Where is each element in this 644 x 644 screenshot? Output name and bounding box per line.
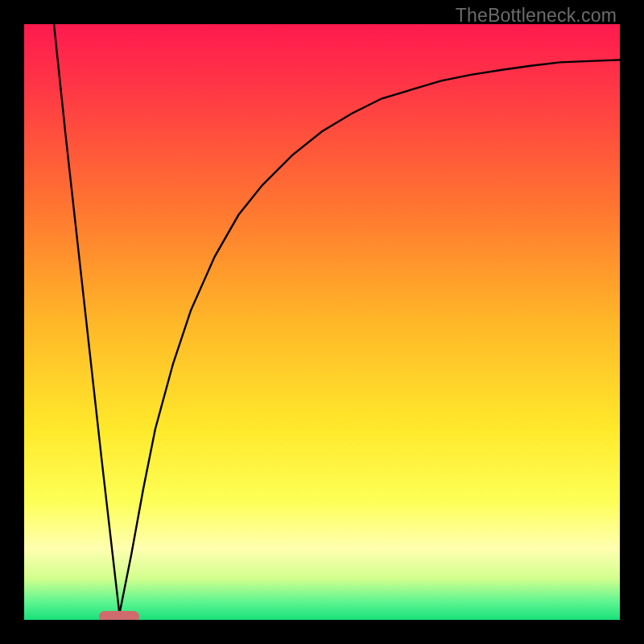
bottleneck-curve [24,24,620,620]
chart-frame: TheBottleneck.com [0,0,644,644]
watermark-text: TheBottleneck.com [456,5,617,27]
optimum-marker [99,611,139,620]
plot-area [24,24,620,620]
